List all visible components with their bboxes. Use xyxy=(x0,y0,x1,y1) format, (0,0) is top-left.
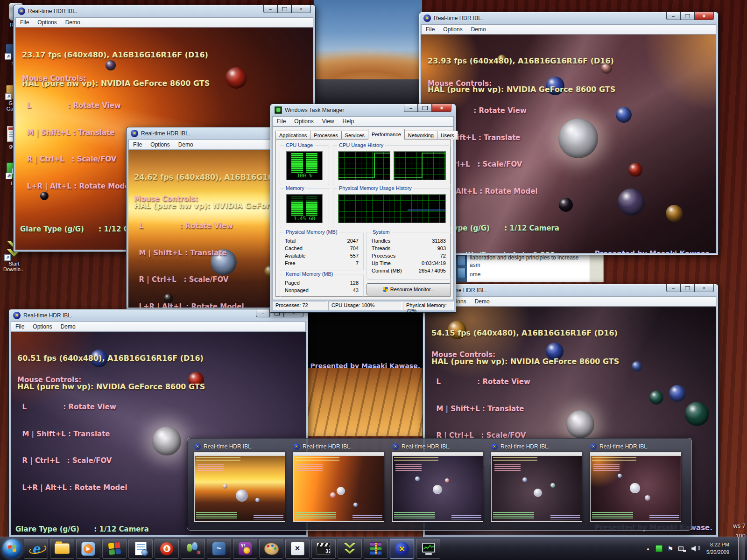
menu-demo[interactable]: Demo xyxy=(174,141,197,148)
titlebar[interactable]: × Real-time HDR IBL. – × xyxy=(423,284,718,296)
action-center-flag-icon[interactable]: ⚑ xyxy=(668,546,674,552)
tab-applications[interactable]: Applications xyxy=(275,131,310,140)
taskbar-clock[interactable]: 8:22 PM 5/20/2009 xyxy=(706,541,729,556)
desktop-icon-label: Start xyxy=(0,261,28,266)
thumbnail-preview[interactable] xyxy=(491,452,582,522)
media-player-icon: ▶ xyxy=(81,542,95,556)
tab-networking[interactable]: Networking xyxy=(404,131,437,140)
start-button[interactable] xyxy=(2,539,22,559)
tray-green-status-icon[interactable] xyxy=(655,545,662,552)
menu-options[interactable]: Options xyxy=(33,19,61,26)
close-button[interactable]: × xyxy=(694,284,714,292)
taskbar-button-winrar[interactable] xyxy=(364,539,388,559)
titlebar[interactable]: × Real-time HDR IBL. – × xyxy=(419,12,718,24)
thumbnail-preview[interactable] xyxy=(392,452,483,522)
minimize-button[interactable]: – xyxy=(666,12,680,20)
taskbar-button-media-player[interactable]: ▶ xyxy=(76,539,100,559)
task-manager-window[interactable]: ▦ Windows Task Manager – × File Options … xyxy=(270,104,456,313)
menu-options[interactable]: Options xyxy=(439,26,466,33)
window-title: Real-time HDR IBL. xyxy=(434,15,483,21)
menu-demo[interactable]: Demo xyxy=(467,26,490,33)
taskbar-button-avg[interactable] xyxy=(102,539,127,559)
cpu-usage-value: 100 % xyxy=(287,173,322,179)
taskbar-button-media-player-classic[interactable]: 321 xyxy=(311,539,336,559)
minimize-button[interactable]: – xyxy=(256,309,270,317)
system-monitor-icon xyxy=(421,542,435,555)
show-hidden-icons-button[interactable]: ▲ xyxy=(646,546,650,551)
window-title: Real-time HDR IBL. xyxy=(23,312,72,319)
tab-services[interactable]: Services xyxy=(341,131,368,140)
volume-icon[interactable] xyxy=(691,546,698,552)
menu-options[interactable]: Options xyxy=(146,141,174,148)
app-icon xyxy=(491,443,498,450)
menu-file[interactable]: File xyxy=(422,26,439,33)
menu-view[interactable]: View xyxy=(318,118,338,125)
minimize-button[interactable]: – xyxy=(263,5,277,13)
taskbar-button-hdr-ibl-app[interactable]: × xyxy=(390,539,414,559)
maximize-button[interactable] xyxy=(680,12,694,20)
minimize-button[interactable]: – xyxy=(666,284,680,292)
thumbnail-preview[interactable] xyxy=(194,452,285,522)
tab-processes[interactable]: Processes xyxy=(310,131,341,140)
tab-performance[interactable]: Performance xyxy=(368,129,405,140)
menu-options[interactable]: Options xyxy=(28,323,56,330)
maximize-button[interactable] xyxy=(418,104,432,112)
titlebar[interactable]: × Real-time HDR IBL. – × xyxy=(9,309,308,322)
taskbar-button-internet-explorer[interactable]: e xyxy=(24,539,48,559)
taskbar: e ▶ × Y! × 321 × ▲ ⚑ 8:22 PM 5/20/2009 xyxy=(0,537,747,560)
window-thumbnail[interactable]: Real-time HDR IBL. xyxy=(293,442,385,526)
thumbnail-title: Real-time HDR IBL. xyxy=(204,443,253,450)
window-thumbnail[interactable]: Real-time HDR IBL. xyxy=(491,442,583,526)
taskbar-button-nero[interactable] xyxy=(155,539,179,559)
physical-memory-group: Physical Memory (MB) Total2047 Cached704… xyxy=(280,232,364,271)
menu-demo[interactable]: Demo xyxy=(56,323,80,330)
menu-file[interactable]: File xyxy=(11,323,28,330)
background-document-window[interactable]: llaboration and design principles to inc… xyxy=(455,253,604,282)
window-thumbnail[interactable]: Real-time HDR IBL. xyxy=(590,442,682,526)
memory-gauge: 1.45 GB xyxy=(286,194,323,223)
window-thumbnail[interactable]: Real-time HDR IBL. xyxy=(194,442,286,526)
taskbar-button-yahoo[interactable]: Y! xyxy=(233,539,257,559)
taskbar-button-palette[interactable] xyxy=(259,539,283,559)
menu-file[interactable]: File xyxy=(129,141,146,148)
titlebar[interactable]: ▦ Windows Task Manager – × xyxy=(270,104,456,116)
cpu-usage-group: CPU Usage 100 % xyxy=(280,145,329,185)
menubar: File Options Demo xyxy=(15,17,313,28)
resource-monitor-button[interactable]: Resource Monitor... xyxy=(366,283,451,295)
thumbnail-preview[interactable] xyxy=(590,452,681,522)
menu-help[interactable]: Help xyxy=(338,118,359,125)
app-icon xyxy=(194,443,201,450)
menu-file[interactable]: File xyxy=(273,118,290,125)
render-viewport[interactable]: 23.93 fps (640x480), A16B16G16R16F (D16)… xyxy=(421,35,716,253)
taskbar-button-messenger[interactable]: × xyxy=(181,539,205,559)
tab-users[interactable]: Users xyxy=(437,131,458,140)
menu-options[interactable]: Options xyxy=(290,118,317,125)
minimize-button[interactable]: – xyxy=(404,104,418,112)
menu-demo[interactable]: Demo xyxy=(471,298,494,305)
menu-file[interactable]: File xyxy=(16,19,33,26)
maximize-button[interactable] xyxy=(680,284,694,292)
taskbar-button-directx-app[interactable]: × xyxy=(285,539,310,559)
clock-time: 8:22 PM xyxy=(706,541,729,549)
taskbar-button-flashget[interactable] xyxy=(338,539,362,559)
close-button[interactable]: × xyxy=(291,5,311,13)
hdr-window-top-right[interactable]: × Real-time HDR IBL. – × File Options De… xyxy=(419,12,719,255)
taskbar-button-system-monitor[interactable] xyxy=(416,539,440,559)
show-desktop-button[interactable] xyxy=(738,537,745,560)
status-processes: Processes: 72 xyxy=(272,301,327,310)
maximize-button[interactable] xyxy=(277,5,291,13)
document-text: llaboration and design principles to inc… xyxy=(470,254,588,261)
titlebar[interactable]: × Real-time HDR IBL. – × xyxy=(14,5,315,17)
menu-demo[interactable]: Demo xyxy=(61,19,85,26)
window-thumbnail[interactable]: Real-time HDR IBL. xyxy=(392,442,484,526)
app-icon: × xyxy=(131,130,138,137)
sphere xyxy=(649,391,663,405)
network-icon[interactable] xyxy=(678,546,686,552)
close-button[interactable]: × xyxy=(432,104,451,112)
close-button[interactable]: × xyxy=(694,12,714,20)
memory-history-graph xyxy=(338,194,446,223)
taskbar-button-web-document[interactable] xyxy=(128,539,153,559)
taskbar-button-windows-explorer[interactable] xyxy=(50,539,74,559)
thumbnail-preview[interactable] xyxy=(293,452,384,522)
taskbar-button-openoffice[interactable] xyxy=(207,539,231,559)
